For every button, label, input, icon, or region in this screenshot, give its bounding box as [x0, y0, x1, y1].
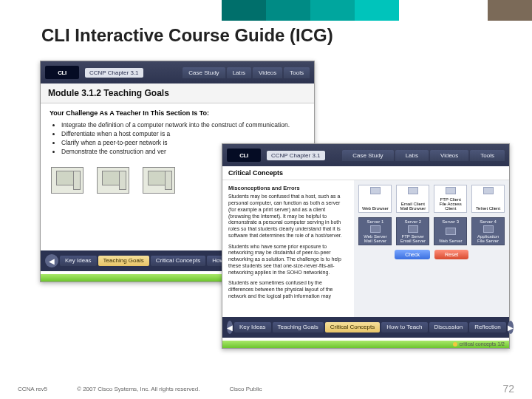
card-label: FTP Server Email Server: [398, 234, 427, 243]
bottom-tab-discussion[interactable]: Discussion: [429, 322, 468, 333]
client-icon: [408, 187, 418, 194]
client-card[interactable]: Email Client Mail Browser: [396, 185, 429, 213]
server-icon: [370, 225, 381, 233]
client-card[interactable]: Telnet Client: [471, 185, 505, 213]
card-label: FTP Client File Access Client: [436, 197, 465, 211]
server-icon: [483, 225, 494, 233]
server-icon: [446, 228, 456, 235]
card-label: Web Server: [436, 239, 465, 243]
footer-copyright: © 2007 Cisco Systems, Inc. All rights re…: [77, 386, 200, 392]
status-indicator: critical concepts 1/2: [453, 341, 505, 347]
bottom-tab-key-ideas[interactable]: Key Ideas: [234, 322, 271, 333]
breadcrumb-back: CCNP Chapter 3.1: [85, 68, 143, 78]
server-title: Server 3: [436, 219, 465, 224]
slide-header-accent: [0, 0, 532, 21]
server-title: Server 2: [398, 219, 427, 224]
computer-icon: [143, 167, 175, 194]
concept-paragraph: Students may be confused that a host, su…: [228, 194, 348, 239]
titlebar-front: CLI CCNP Chapter 3.1 Case Study Labs Vid…: [222, 144, 509, 166]
computer-icon: [97, 167, 129, 194]
card-label: Email Client Mail Browser: [398, 202, 427, 211]
server-card[interactable]: Server 2FTP Server Email Server: [396, 217, 429, 245]
cli-logo: CLI: [45, 66, 79, 79]
server-card[interactable]: Server 4Application File Server: [471, 217, 505, 245]
concept-paragraph: Students are sometimes confused by the d…: [228, 280, 348, 299]
titlebar-back: CLI CCNP Chapter 3.1 Case Study Labs Vid…: [41, 61, 314, 83]
server-title: Server 4: [474, 219, 502, 224]
client-card[interactable]: FTP Client File Access Client: [434, 185, 467, 213]
tab-videos[interactable]: Videos: [253, 67, 282, 78]
icg-window-front: CLI CCNP Chapter 3.1 Case Study Labs Vid…: [222, 143, 510, 349]
tab-case-study[interactable]: Case Study: [342, 150, 393, 161]
top-tabs-back: Case Study Labs Videos Tools: [183, 67, 310, 78]
concepts-text-panel: Misconceptions and Errors Students may b…: [222, 180, 354, 334]
cli-logo: CLI: [227, 149, 261, 162]
bottom-tab-critical-concepts[interactable]: Critical Concepts: [325, 322, 380, 333]
client-row: Web Browser Email Client Mail Browser FT…: [358, 185, 505, 213]
bottom-tab-reflection[interactable]: Reflection: [469, 322, 506, 333]
misconceptions-heading: Misconceptions and Errors: [228, 185, 348, 191]
footer-left: CCNA rev5: [18, 386, 47, 392]
header-photo: [488, 0, 532, 21]
activity-panel: Web Browser Email Client Mail Browser FT…: [354, 180, 509, 334]
server-row: Server 1Web Server Mail Server Server 2F…: [358, 217, 505, 245]
bullet-item: Differentiate when a host computer is a: [61, 130, 305, 139]
page-number: 72: [502, 383, 514, 395]
activity-buttons: Check Reset: [358, 250, 505, 259]
server-icon: [408, 225, 418, 233]
tab-videos[interactable]: Videos: [430, 150, 468, 161]
server-title: Server 1: [361, 219, 389, 224]
top-tabs-front: Case Study Labs Videos Tools: [342, 150, 505, 161]
breadcrumb-front: CCNP Chapter 3.1: [267, 151, 325, 160]
critical-concepts-header: Critical Concepts: [222, 166, 509, 180]
progress-strip: critical concepts 1/2: [222, 341, 509, 348]
concept-paragraph: Students who have some prior exposure to…: [228, 244, 348, 276]
bottom-tab-teaching-goals[interactable]: Teaching Goals: [98, 256, 149, 267]
computer-icon: [51, 167, 83, 194]
card-label: Telnet Client: [474, 206, 502, 211]
next-arrow-icon[interactable]: ▶: [508, 321, 514, 334]
bottom-tab-key-ideas[interactable]: Key Ideas: [60, 256, 97, 267]
prev-arrow-icon[interactable]: ◀: [227, 321, 233, 334]
client-card[interactable]: Web Browser: [358, 185, 392, 213]
server-card[interactable]: Server 3Web Server: [434, 217, 467, 245]
challenge-heading: Your Challenge As A Teacher In This Sect…: [50, 109, 305, 117]
server-card[interactable]: Server 1Web Server Mail Server: [358, 217, 392, 245]
client-icon: [370, 187, 381, 194]
tab-case-study[interactable]: Case Study: [183, 67, 225, 78]
tab-labs[interactable]: Labs: [395, 150, 429, 161]
reset-button[interactable]: Reset: [434, 250, 468, 259]
prev-arrow-icon[interactable]: ◀: [45, 254, 58, 267]
tab-labs[interactable]: Labs: [227, 67, 251, 78]
bottom-tab-teaching-goals[interactable]: Teaching Goals: [273, 322, 324, 333]
bottom-tabs-front: ◀ Key Ideas Teaching Goals Critical Conc…: [222, 317, 509, 338]
card-label: Application File Server: [474, 234, 502, 243]
client-icon: [446, 187, 456, 194]
footer-public: Cisco Public: [229, 386, 262, 392]
card-label: Web Server Mail Server: [361, 234, 389, 243]
bottom-tab-critical-concepts[interactable]: Critical Concepts: [151, 256, 205, 267]
bottom-tab-how-to-teach[interactable]: How to Teach: [381, 322, 427, 333]
check-button[interactable]: Check: [395, 250, 430, 259]
slide-title: CLI Interactive Course Guide (ICG): [41, 25, 333, 46]
module-header: Module 3.1.2 Teaching Goals: [41, 83, 314, 103]
bullet-item: Integrate the definition of a computer n…: [61, 121, 305, 130]
front-body: Misconceptions and Errors Students may b…: [222, 180, 509, 334]
status-text: critical concepts 1/2: [460, 341, 505, 347]
client-icon: [483, 187, 494, 194]
tab-tools[interactable]: Tools: [470, 150, 505, 161]
status-dot-icon: [453, 342, 457, 347]
slide-footer: CCNA rev5 © 2007 Cisco Systems, Inc. All…: [18, 383, 514, 395]
card-label: Web Browser: [361, 206, 389, 211]
tab-tools[interactable]: Tools: [284, 67, 310, 78]
